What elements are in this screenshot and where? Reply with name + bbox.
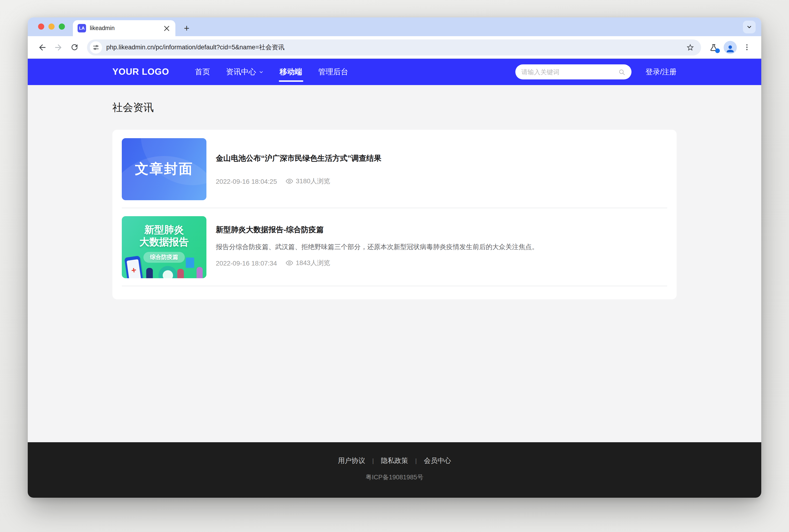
thumbnail-text-line2: 大数据报告 <box>122 236 206 249</box>
browser-menu-button[interactable] <box>739 39 755 55</box>
chevron-down-icon <box>258 69 264 75</box>
nav-item-admin[interactable]: 管理后台 <box>310 59 356 85</box>
nav-item-mobile[interactable]: 移动端 <box>271 59 310 85</box>
article-title[interactable]: 金山电池公布“沪广深市民绿色生活方式”调查结果 <box>216 154 667 164</box>
chevron-down-icon <box>746 24 752 30</box>
minimize-window-button[interactable] <box>49 23 55 30</box>
article-list-card: 文章封面 金山电池公布“沪广深市民绿色生活方式”调查结果 2022-09-16 … <box>112 130 677 299</box>
url-text[interactable]: php.likeadmin.cn/pc/information/default?… <box>106 43 681 52</box>
article-description: 报告分综合防疫篇、武汉篇、拒绝野味篇三个部分，还原本次新型冠状病毒肺炎疫情发生前… <box>216 242 667 252</box>
desktop-background: LA likeadmin + <box>0 0 789 532</box>
back-arrow-icon <box>38 42 47 52</box>
forward-button[interactable] <box>50 39 66 55</box>
new-tab-button[interactable]: + <box>180 22 193 35</box>
browser-tab[interactable]: LA likeadmin <box>73 20 175 36</box>
login-register-link[interactable]: 登录/注册 <box>645 67 677 77</box>
eye-icon <box>285 177 294 185</box>
tune-icon <box>93 44 99 51</box>
bookmark-star-button[interactable] <box>686 43 694 52</box>
notification-dot <box>715 48 720 53</box>
footer-link-privacy-policy[interactable]: 隐私政策 <box>381 456 408 465</box>
footer-link-user-agreement[interactable]: 用户协议 <box>338 456 365 465</box>
thumbnail-text: 文章封面 <box>122 138 206 200</box>
address-bar[interactable]: php.likeadmin.cn/pc/information/default?… <box>87 39 701 55</box>
browser-window: LA likeadmin + <box>28 17 761 498</box>
fingerprint-card-illustration <box>186 258 194 268</box>
thumbnail-badge: 综合防疫篇 <box>144 252 185 263</box>
article-thumbnail[interactable]: 新型肺炎 大数据报告 综合防疫篇 + <box>122 216 206 278</box>
article-meta: 2022-09-16 18:04:25 3180人浏览 <box>216 177 667 186</box>
nav-item-news-center[interactable]: 资讯中心 <box>218 59 271 85</box>
main-nav: 首页 资讯中心 移动端 管理后台 <box>187 59 356 85</box>
back-button[interactable] <box>34 39 50 55</box>
reload-icon <box>70 43 79 52</box>
article-thumbnail[interactable]: 文章封面 <box>122 138 206 200</box>
site-header: YOUR LOGO 首页 资讯中心 移动端 <box>28 59 761 85</box>
kebab-menu-icon <box>743 43 751 51</box>
search-input[interactable] <box>521 69 618 75</box>
nav-item-home[interactable]: 首页 <box>187 59 218 85</box>
tab-title: likeadmin <box>90 25 162 32</box>
site-info-button[interactable] <box>90 41 102 53</box>
window-controls <box>38 23 65 30</box>
tab-search-button[interactable] <box>743 21 756 33</box>
article-row[interactable]: 新型肺炎 大数据报告 综合防疫篇 + <box>122 208 667 286</box>
site-footer: 用户协议 | 隐私政策 | 会员中心 粤ICP备19081985号 <box>28 442 761 498</box>
page-title: 社会资讯 <box>112 100 677 115</box>
footer-links: 用户协议 | 隐私政策 | 会员中心 <box>338 456 451 465</box>
thumbnail-text-line1: 新型肺炎 <box>122 224 206 236</box>
tab-favicon: LA <box>78 24 86 33</box>
forward-arrow-icon <box>54 42 63 52</box>
article-meta: 2022-09-16 18:07:34 1843人浏览 <box>216 259 667 267</box>
web-page: YOUR LOGO 首页 资讯中心 移动端 <box>28 59 761 498</box>
eye-icon <box>285 259 294 267</box>
reload-button[interactable] <box>66 39 82 55</box>
close-window-button[interactable] <box>38 23 44 30</box>
site-search <box>515 64 631 79</box>
profile-avatar-button[interactable] <box>724 41 737 54</box>
article-views: 3180人浏览 <box>296 177 330 186</box>
tab-strip: LA likeadmin + <box>28 17 761 36</box>
article-row[interactable]: 文章封面 金山电池公布“沪广深市民绿色生活方式”调查结果 2022-09-16 … <box>122 130 667 208</box>
watch-illustration <box>156 264 180 278</box>
experiments-button[interactable] <box>706 39 722 55</box>
tab-close-icon[interactable] <box>162 24 171 33</box>
search-icon[interactable] <box>618 69 625 75</box>
star-icon <box>686 43 694 52</box>
site-main: 社会资讯 文章封面 金山电池公布“沪广深市民绿色生活方式”调查结果 <box>28 85 761 442</box>
person-icon <box>725 43 735 54</box>
site-logo[interactable]: YOUR LOGO <box>112 67 169 77</box>
zoom-window-button[interactable] <box>59 23 65 30</box>
footer-link-member-center[interactable]: 会员中心 <box>424 456 451 465</box>
icp-record-number[interactable]: 粤ICP备19081985号 <box>365 473 424 482</box>
article-date: 2022-09-16 18:04:25 <box>216 178 277 185</box>
article-views: 1843人浏览 <box>296 259 330 267</box>
article-date: 2022-09-16 18:07:34 <box>216 260 277 267</box>
browser-toolbar: php.likeadmin.cn/pc/information/default?… <box>28 36 761 59</box>
article-title[interactable]: 新型肺炎大数据报告-综合防疫篇 <box>216 225 667 235</box>
